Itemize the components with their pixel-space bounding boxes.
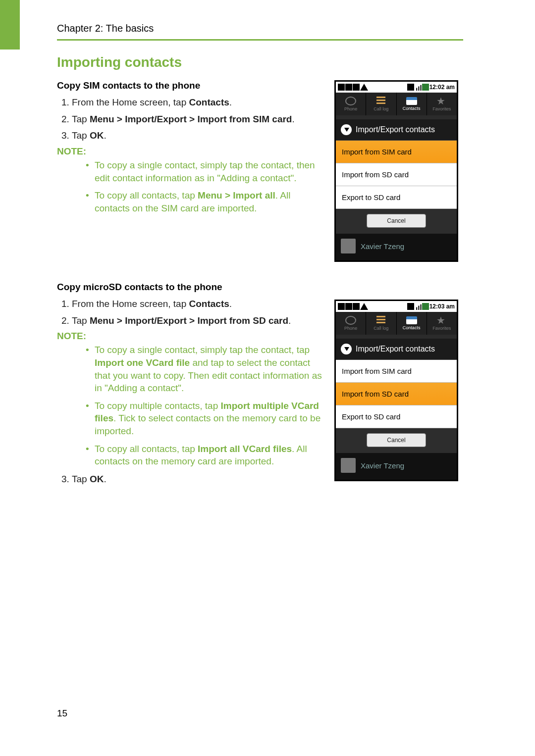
step-sd-2: Tap Menu > Import/Export > Import from S… (72, 314, 325, 327)
t: Tap (72, 315, 90, 326)
option-import-sim[interactable]: Import from SIM card (336, 360, 457, 383)
t: Import all VCard files (198, 444, 292, 454)
t: From the Home screen, tap (72, 299, 189, 309)
note-sd-1: To copy a single contact, simply tap the… (86, 344, 325, 395)
t: . (292, 114, 294, 124)
steps-sd: From the Home screen, tap Contacts. Tap … (57, 298, 325, 327)
avatar-icon (341, 458, 356, 473)
tab-label: Call log (374, 326, 388, 331)
option-import-sd[interactable]: Import from SD card (336, 383, 457, 405)
t: Tap (72, 114, 90, 124)
phone-icon (345, 316, 356, 325)
tab-calllog[interactable]: Call log (366, 312, 396, 335)
status-bar: 12:02 am (336, 82, 457, 93)
t: Menu > Import all (198, 190, 275, 201)
page-content: Chapter 2: The basics Importing contacts… (57, 23, 463, 509)
subhead-copy-sd: Copy microSD contacts to the phone (57, 282, 325, 293)
tab-label: Call log (374, 106, 388, 111)
count-bar (336, 115, 457, 119)
contacts-icon (406, 316, 417, 324)
tab-phone[interactable]: Phone (336, 312, 366, 335)
avatar-icon (341, 239, 356, 253)
contact-row[interactable]: Xavier Tzeng (336, 453, 457, 480)
star-icon: ★ (436, 97, 447, 105)
phone-tabs: Phone Call log Contacts ★ Favorites (336, 93, 457, 115)
tab-phone[interactable]: Phone (336, 93, 366, 115)
cancel-button[interactable]: Cancel (367, 214, 426, 228)
phone-frame: 12:03 am Phone Call log Contacts (334, 300, 458, 481)
step-sim-2: Tap Menu > Import/Export > Import from S… (72, 113, 325, 126)
dialog-title: Import/Export contacts (356, 345, 435, 353)
contact-name: Xavier Tzeng (361, 242, 404, 251)
step-sd-1: From the Home screen, tap Contacts. (72, 298, 325, 310)
dialog-title: Import/Export contacts (356, 125, 435, 134)
note-label-sd: NOTE: (57, 331, 325, 342)
chapter-tab (0, 0, 20, 50)
signal-icon (415, 84, 422, 91)
phone-screenshot-2: 12:03 am Phone Call log Contacts (334, 300, 463, 481)
status-left (338, 303, 368, 310)
note-sd-2: To copy multiple contacts, tap Import mu… (86, 400, 325, 438)
step-sd-3: Tap OK. (72, 473, 325, 486)
step-sim-1: From the Home screen, tap Contacts. (72, 96, 325, 109)
usb-icon (353, 84, 360, 91)
notif-icon (345, 303, 352, 310)
tab-favorites[interactable]: ★ Favorites (427, 312, 457, 335)
phone-icon (345, 97, 356, 105)
log-icon (376, 97, 385, 105)
notif-icon (345, 84, 352, 91)
option-export-sd[interactable]: Export to SD card (336, 405, 457, 428)
page-number: 15 (57, 708, 67, 719)
option-import-sim[interactable]: Import from SIM card (336, 141, 457, 163)
section-copy-sd: Copy microSD contacts to the phone From … (57, 282, 463, 490)
t: . (288, 315, 291, 326)
notif-icon (338, 303, 345, 310)
t: Contacts (189, 97, 229, 107)
t: From the Home screen, tap (72, 97, 189, 107)
status-right: 12:03 am (407, 303, 455, 310)
dialog-footer: Cancel (336, 428, 457, 453)
tab-favorites[interactable]: ★ Favorites (427, 93, 457, 115)
usb-icon (353, 303, 360, 310)
steps-sim: From the Home screen, tap Contacts. Tap … (57, 96, 325, 142)
note-label-sim: NOTE: (57, 146, 325, 157)
contact-name: Xavier Tzeng (361, 461, 404, 470)
section1-text: Copy SIM contacts to the phone From the … (57, 80, 325, 219)
step-sim-3: Tap OK. (72, 129, 325, 142)
t: Tap (72, 130, 90, 141)
note-sim-1: To copy a single contact, simply tap the… (86, 159, 325, 184)
phone-frame: 12:02 am Phone Call log Contacts (334, 80, 458, 262)
option-import-sd[interactable]: Import from SD card (336, 163, 457, 186)
tab-calllog[interactable]: Call log (366, 93, 396, 115)
t: Contacts (189, 299, 229, 309)
dialog-footer: Cancel (336, 209, 457, 234)
tab-label: Contacts (403, 325, 421, 330)
t: To copy a single contact, simply tap the… (95, 345, 310, 355)
t: . (104, 130, 106, 141)
t: OK (90, 474, 104, 484)
option-export-sd[interactable]: Export to SD card (336, 186, 457, 209)
cancel-button[interactable]: Cancel (367, 433, 426, 447)
tab-label: Favorites (432, 106, 451, 111)
contact-row[interactable]: Xavier Tzeng (336, 234, 457, 260)
sim-icon (407, 84, 414, 91)
warning-icon (360, 84, 368, 91)
note-list-sim: To copy a single contact, simply tap the… (57, 159, 325, 215)
battery-icon (422, 84, 429, 91)
tab-contacts[interactable]: Contacts (397, 312, 427, 335)
star-icon: ★ (436, 316, 447, 325)
t: . Tick to select contacts on the memory … (95, 413, 321, 436)
tab-contacts[interactable]: Contacts (397, 93, 427, 115)
note-sim-2: To copy all contacts, tap Menu > Import … (86, 189, 325, 214)
import-export-dialog: Import/Export contacts Import from SIM c… (336, 339, 457, 453)
subhead-copy-sim: Copy SIM contacts to the phone (57, 80, 325, 91)
t: . (229, 299, 232, 309)
dialog-header: Import/Export contacts (336, 339, 457, 360)
t: To copy all contacts, tap (95, 444, 198, 454)
battery-icon (422, 303, 429, 310)
chapter-header: Chapter 2: The basics (57, 23, 463, 39)
steps-sd-cont: Tap OK. (57, 473, 325, 486)
t: Import one VCard file (95, 357, 190, 368)
t: To copy multiple contacts, tap (95, 401, 221, 411)
sim-icon (407, 303, 414, 310)
